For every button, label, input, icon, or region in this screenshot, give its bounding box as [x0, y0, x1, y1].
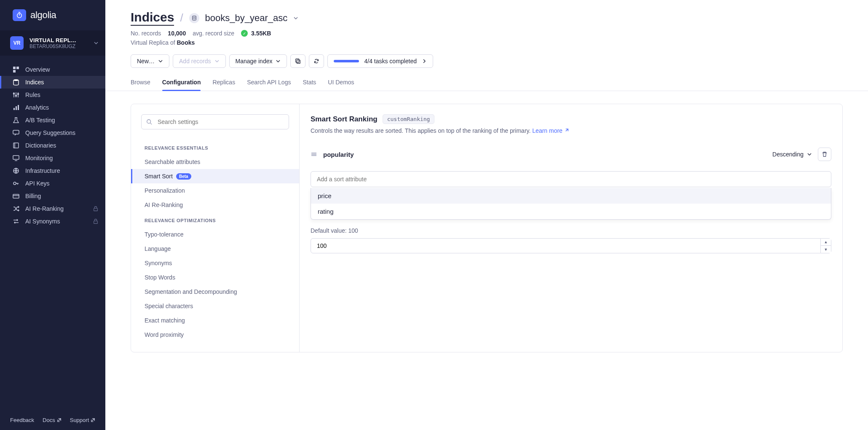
breadcrumb-root[interactable]: Indices [131, 10, 174, 26]
learn-more-link[interactable]: Learn more [532, 127, 568, 134]
tab-browse[interactable]: Browse [131, 79, 150, 91]
delete-button[interactable] [818, 148, 831, 161]
records-label: No. records [131, 30, 161, 37]
default-value-input[interactable] [311, 238, 821, 253]
svg-rect-2 [16, 67, 19, 69]
nav-dictionaries[interactable]: Dictionaries [0, 139, 105, 152]
tab-stats[interactable]: Stats [303, 79, 316, 91]
chevron-down-icon [94, 40, 99, 46]
refresh-icon [313, 58, 319, 64]
panel-description: Controls the way results are sorted. Thi… [311, 127, 831, 134]
svg-rect-10 [18, 105, 19, 110]
setting-smart-sort[interactable]: Smart SortBeta [131, 169, 299, 183]
default-value-label: Default value: 100 [311, 227, 831, 234]
link-text: Learn more [532, 127, 563, 134]
chevron-down-icon [807, 152, 812, 157]
setting-stop-words[interactable]: Stop Words [131, 270, 299, 285]
setting-word-proximity[interactable]: Word proximity [131, 328, 299, 342]
globe-icon [13, 167, 19, 174]
setting-special-characters[interactable]: Special characters [131, 299, 299, 313]
svg-rect-1 [13, 67, 16, 69]
svg-point-5 [13, 93, 15, 94]
dropdown-option-rating[interactable]: rating [311, 204, 831, 219]
nav-analytics[interactable]: Analytics [0, 101, 105, 114]
sort-attribute-row: popularity Descending [311, 145, 831, 164]
chart-icon [13, 104, 19, 111]
chevron-down-icon [158, 59, 163, 64]
footer-docs[interactable]: Docs [43, 417, 62, 423]
breadcrumb-index[interactable]: books_by_year_asc [205, 13, 288, 24]
app-switcher[interactable]: VR VIRTUAL REPL… BETARU06SK8UGZ [0, 30, 105, 56]
tab-configuration[interactable]: Configuration [162, 79, 201, 91]
nav-ai-synonyms[interactable]: AI Synonyms [0, 215, 105, 228]
dropdown-option-price[interactable]: price [311, 188, 831, 204]
brand-logo[interactable]: algolia [0, 0, 105, 30]
stepper-up[interactable]: ▲ [821, 239, 831, 246]
svg-point-19 [192, 16, 196, 17]
manage-index-button[interactable]: Manage index [229, 54, 287, 68]
footer-label: Support [70, 417, 89, 423]
avg-size-label: avg. record size [193, 30, 234, 37]
setting-searchable-attributes[interactable]: Searchable attributes [131, 155, 299, 169]
nav-billing[interactable]: Billing [0, 190, 105, 202]
setting-label: Smart Sort [145, 173, 173, 180]
replica-primary[interactable]: Books [177, 39, 195, 46]
add-sort-attribute-input[interactable] [311, 171, 831, 187]
tasks-button[interactable]: 4/4 tasks completed [327, 54, 433, 68]
nav-label: Rules [25, 91, 40, 98]
nav-infrastructure[interactable]: Infrastructure [0, 164, 105, 177]
setting-personalization[interactable]: Personalization [131, 183, 299, 198]
search-settings-input[interactable] [141, 114, 289, 129]
nav-label: Analytics [25, 104, 49, 111]
setting-exact-matching[interactable]: Exact matching [131, 313, 299, 328]
drag-handle-icon[interactable] [311, 151, 317, 158]
breadcrumb-separator: / [180, 11, 183, 24]
order-label: Descending [772, 151, 804, 158]
app-avatar: VR [10, 36, 24, 50]
copy-icon [295, 58, 301, 64]
desc-text: Controls the way results are sorted. Thi… [311, 127, 532, 134]
database-icon [13, 79, 19, 86]
svg-rect-21 [296, 59, 299, 62]
copy-button[interactable] [290, 54, 305, 68]
setting-segmentation[interactable]: Segmentation and Decompounding [131, 285, 299, 299]
svg-rect-20 [297, 60, 300, 63]
replica-info: Virtual Replica of Books [131, 39, 843, 46]
setting-language[interactable]: Language [131, 242, 299, 256]
nav-label: A/B Testing [25, 117, 55, 124]
nav-label: Overview [25, 66, 50, 73]
tab-search-api-logs[interactable]: Search API Logs [247, 79, 291, 91]
nav-api-keys[interactable]: API Keys [0, 177, 105, 190]
footer-support[interactable]: Support [70, 417, 96, 423]
nav-rules[interactable]: Rules [0, 89, 105, 101]
tab-replicas[interactable]: Replicas [212, 79, 235, 91]
nav-ab-testing[interactable]: A/B Testing [0, 114, 105, 126]
app-name: VIRTUAL REPL… [29, 37, 94, 43]
nav-label: Query Suggestions [25, 129, 75, 136]
external-icon [564, 128, 569, 133]
nav-label: AI Synonyms [25, 218, 60, 225]
tab-ui-demos[interactable]: UI Demos [328, 79, 354, 91]
nav-ai-reranking[interactable]: AI Re-Ranking [0, 202, 105, 215]
svg-point-22 [147, 120, 151, 124]
stepper-down[interactable]: ▼ [821, 246, 831, 253]
chevron-down-icon[interactable] [293, 16, 298, 21]
setting-ai-reranking[interactable]: AI Re-Ranking [131, 198, 299, 212]
footer-feedback[interactable]: Feedback [10, 417, 34, 423]
nav-query-suggestions[interactable]: Query Suggestions [0, 126, 105, 139]
svg-point-6 [16, 95, 17, 97]
nav-label: Billing [25, 193, 41, 199]
svg-rect-9 [16, 106, 17, 110]
nav-overview[interactable]: Overview [0, 63, 105, 76]
nav-label: Infrastructure [25, 167, 60, 174]
setting-typo-tolerance[interactable]: Typo-tolerance [131, 227, 299, 242]
nav-indices[interactable]: Indices [0, 76, 105, 89]
refresh-button[interactable] [309, 54, 324, 68]
nav-monitoring[interactable]: Monitoring [0, 152, 105, 164]
new-button[interactable]: New… [131, 54, 169, 68]
setting-synonyms[interactable]: Synonyms [131, 256, 299, 270]
sliders-icon [13, 91, 19, 98]
sort-order-select[interactable]: Descending [772, 151, 812, 158]
svg-rect-12 [13, 143, 19, 148]
panel-title: Smart Sort Ranking [311, 115, 378, 124]
